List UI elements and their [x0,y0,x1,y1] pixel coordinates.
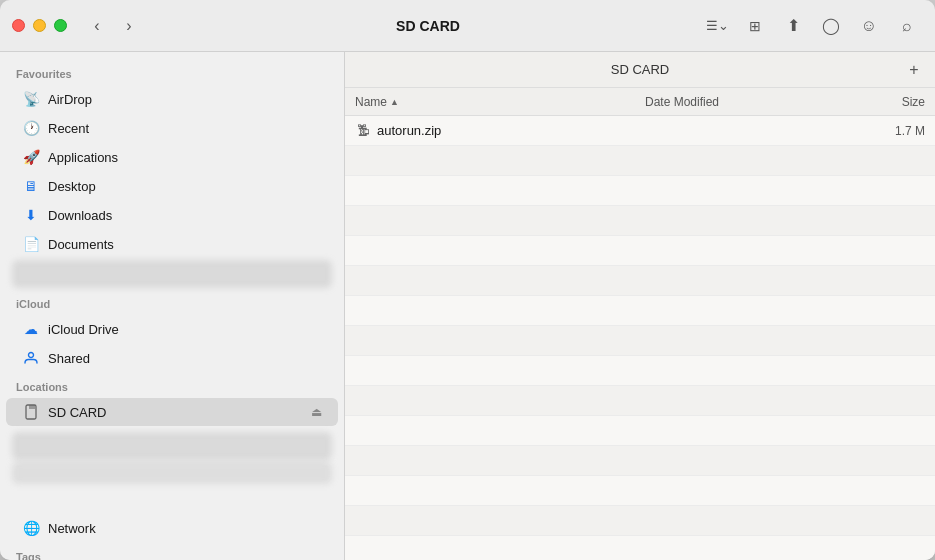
sidebar-blurred-item [12,260,332,288]
file-name-cell: 🗜 autorun.zip [355,123,645,139]
back-button[interactable]: ‹ [83,12,111,40]
recent-icon: 🕐 [22,119,40,137]
sidebar-item-label: Applications [48,150,118,165]
sidebar-item-label: iCloud Drive [48,322,119,337]
icloud-drive-icon: ☁ [22,320,40,338]
sidebar-blurred-location2 [12,462,332,484]
search-button[interactable]: ⌕ [891,12,923,40]
finder-window: ‹ › SD CARD ☰⌄ ⊞ ⬆ ◯ ☺ ⌕ [0,0,935,560]
content-header: SD CARD + [345,52,935,88]
network-icon: 🌐 [22,519,40,537]
empty-row [345,326,935,356]
file-list: 🗜 autorun.zip 1.7 M [345,116,935,560]
airdrop-icon: 📡 [22,90,40,108]
empty-row [345,506,935,536]
table-row[interactable]: 🗜 autorun.zip 1.7 M [345,116,935,146]
sidebar-item-downloads[interactable]: ⬇ Downloads [6,201,338,229]
sidebar: Favourites 📡 AirDrop 🕐 Recent 🚀 Applicat… [0,52,345,560]
traffic-lights [12,19,67,32]
titlebar: ‹ › SD CARD ☰⌄ ⊞ ⬆ ◯ ☺ ⌕ [0,0,935,52]
sidebar-item-airdrop[interactable]: 📡 AirDrop [6,85,338,113]
desktop-icon: 🖥 [22,177,40,195]
empty-row [345,386,935,416]
grid-view-button[interactable]: ⊞ [739,12,771,40]
search-icon: ⌕ [902,17,912,35]
sidebar-item-label: Network [48,521,96,536]
nav-buttons: ‹ › [83,12,143,40]
share-button[interactable]: ⬆ [777,12,809,40]
applications-icon: 🚀 [22,148,40,166]
window-title: SD CARD [155,18,701,34]
empty-row [345,296,935,326]
empty-row [345,266,935,296]
sidebar-item-label: AirDrop [48,92,92,107]
emoji-icon: ☺ [861,17,877,35]
icloud-label: iCloud [0,290,344,314]
sidebar-item-desktop[interactable]: 🖥 Desktop [6,172,338,200]
sidebar-item-shared[interactable]: Shared [6,344,338,372]
sidebar-item-icloud-drive[interactable]: ☁ iCloud Drive [6,315,338,343]
sidebar-item-sdcard[interactable]: SD CARD ⏏ [6,398,338,426]
sidebar-blurred-location [12,432,332,460]
sort-icon: ▲ [390,97,399,107]
empty-row [345,356,935,386]
add-button[interactable]: + [901,58,927,82]
name-column-header[interactable]: Name ▲ [355,95,645,109]
eject-icon[interactable]: ⏏ [311,405,322,419]
documents-icon: 📄 [22,235,40,253]
date-column-header[interactable]: Date Modified [645,95,845,109]
shared-icon [22,349,40,367]
locations-label: Locations [0,373,344,397]
share-icon: ⬆ [787,16,800,35]
list-view-button[interactable]: ☰⌄ [701,12,733,40]
column-headers: Name ▲ Date Modified Size [345,88,935,116]
tag-button[interactable]: ◯ [815,12,847,40]
empty-row [345,206,935,236]
sidebar-item-recent[interactable]: 🕐 Recent [6,114,338,142]
list-view-icon: ☰⌄ [706,18,729,33]
sidebar-item-label: SD CARD [48,405,107,420]
maximize-button[interactable] [54,19,67,32]
empty-row [345,236,935,266]
minimize-button[interactable] [33,19,46,32]
favourites-label: Favourites [0,60,344,84]
sidebar-item-documents[interactable]: 📄 Documents [6,230,338,258]
content-area: SD CARD + Name ▲ Date Modified Size [345,52,935,560]
forward-button[interactable]: › [115,12,143,40]
tag-icon: ◯ [822,16,840,35]
empty-row [345,446,935,476]
empty-row [345,476,935,506]
empty-row [345,146,935,176]
sidebar-item-label: Downloads [48,208,112,223]
sidebar-item-applications[interactable]: 🚀 Applications [6,143,338,171]
file-size-cell: 1.7 M [845,124,925,138]
zip-file-icon: 🗜 [355,123,371,139]
size-column-header[interactable]: Size [845,95,925,109]
sidebar-item-network[interactable]: 🌐 Network [6,514,338,542]
sidebar-item-label: Shared [48,351,90,366]
toolbar-controls: ☰⌄ ⊞ ⬆ ◯ ☺ ⌕ [701,12,923,40]
empty-row [345,416,935,446]
sidebar-item-label: Documents [48,237,114,252]
main-area: Favourites 📡 AirDrop 🕐 Recent 🚀 Applicat… [0,52,935,560]
empty-row [345,176,935,206]
svg-point-0 [29,353,34,358]
sdcard-icon [22,403,40,421]
file-name: autorun.zip [377,123,441,138]
emoji-button[interactable]: ☺ [853,12,885,40]
empty-row [345,536,935,560]
sidebar-item-label: Desktop [48,179,96,194]
sidebar-item-label: Recent [48,121,89,136]
content-title: SD CARD [611,62,670,77]
downloads-icon: ⬇ [22,206,40,224]
close-button[interactable] [12,19,25,32]
tags-label: Tags [0,543,344,560]
grid-view-icon: ⊞ [749,18,761,34]
